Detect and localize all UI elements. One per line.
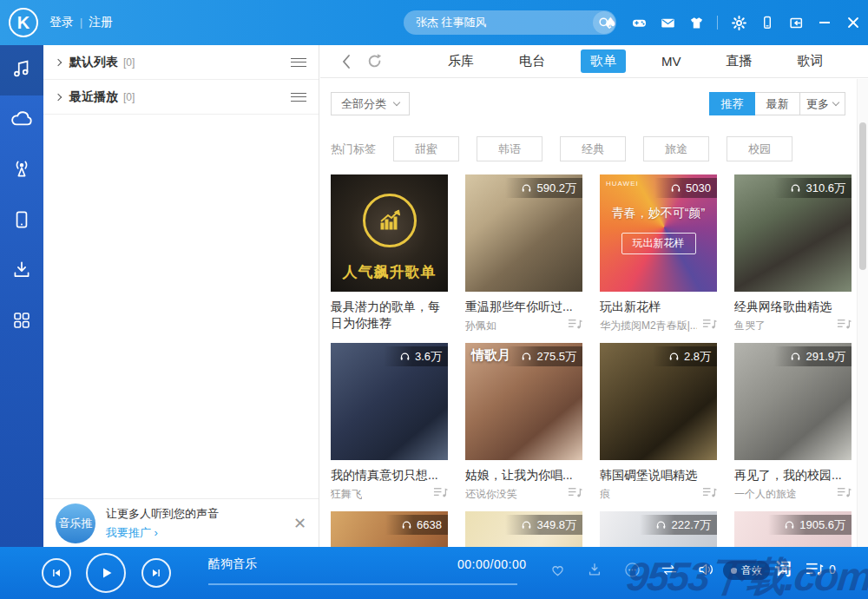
previous-button[interactable] (42, 558, 71, 588)
playlist-card[interactable]: 人气飙升歌单 最具潜力的歌单，每日为你推荐 (331, 174, 448, 332)
category-label: 全部分类 (341, 96, 386, 112)
queue-button[interactable]: 0 (806, 562, 836, 576)
add-to-queue-icon[interactable] (433, 486, 448, 502)
login-link[interactable]: 登录 (49, 15, 74, 30)
auth-links: 登录 | 注册 (49, 15, 113, 30)
rail-item-apps[interactable] (0, 297, 43, 347)
rail-item-device[interactable] (0, 196, 43, 247)
card-title: 重温那些年你听过... (465, 299, 582, 315)
promo-link[interactable]: 我要推广 › (106, 525, 219, 541)
tab-playlists[interactable]: 歌单 (581, 49, 626, 73)
play-button[interactable] (86, 553, 126, 593)
back-icon[interactable] (338, 53, 355, 70)
mail-icon[interactable] (660, 15, 675, 30)
refresh-icon[interactable] (365, 53, 383, 70)
playlist-row-default[interactable]: 默认列表 [0] (43, 45, 319, 80)
scrollbar-track[interactable] (857, 79, 868, 547)
gamepad-icon[interactable] (631, 15, 647, 30)
card-author[interactable]: 鱼哭了 (734, 319, 766, 333)
card-title: 姑娘，让我为你唱... (465, 467, 582, 484)
tag-sweet[interactable]: 甜蜜 (393, 136, 459, 161)
close-icon[interactable] (845, 15, 861, 30)
heart-icon[interactable] (549, 561, 566, 578)
category-dropdown[interactable]: 全部分类 (331, 92, 410, 115)
playlist-card[interactable]: 291.9万 再见了，我的校园... 一个人的旅途 (734, 343, 852, 501)
tag-campus[interactable]: 校园 (727, 136, 792, 161)
tab-mv[interactable]: MV (652, 50, 691, 72)
sound-effect-button[interactable]: 音效 (723, 561, 770, 580)
tab-music-library[interactable]: 乐库 (438, 49, 483, 73)
tab-radio[interactable]: 电台 (510, 49, 555, 73)
download-icon[interactable] (586, 561, 603, 578)
playlist-card[interactable]: 3.6万 我的情真意切只想... 狂舞飞 (331, 343, 448, 501)
add-to-queue-icon[interactable] (702, 318, 717, 333)
add-to-queue-icon[interactable] (837, 318, 852, 333)
promo-close-icon[interactable]: ✕ (293, 516, 306, 531)
chevron-down-icon (832, 99, 839, 106)
playlist-card[interactable]: 情歌月 275.5万 姑娘，让我为你唱... 还说你没笑 (465, 343, 582, 501)
tab-live[interactable]: 直播 (717, 49, 762, 73)
playlist-menu-icon[interactable] (291, 55, 306, 69)
scrollbar-thumb[interactable] (859, 122, 866, 270)
sort-newest[interactable]: 最新 (754, 92, 800, 115)
tag-journey[interactable]: 旅途 (643, 136, 709, 161)
playlist-card[interactable]: 2.8万 韩国碉堡说唱精选 痕 (600, 343, 717, 501)
card-author[interactable]: 痕 (600, 487, 610, 502)
loop-icon[interactable] (661, 561, 678, 578)
left-rail (0, 45, 43, 547)
volume-icon[interactable] (698, 561, 715, 578)
playlist-card[interactable]: HUAWEI 5030 青春，妙不可“颜” 玩出新花样 玩出新花样 华为揽阅M2… (600, 174, 717, 332)
card-title: 我的情真意切只想... (331, 467, 448, 484)
search-input[interactable] (404, 16, 593, 30)
trend-chart-icon (363, 194, 417, 247)
playlist-cover: 291.9万 (734, 343, 852, 460)
search-box[interactable] (404, 10, 616, 35)
playlist-card[interactable]: 349.8万 (465, 511, 582, 547)
playlist-name: 最近播放 (69, 89, 118, 105)
headphones-icon (521, 519, 532, 530)
playlist-cover: 人气飙升歌单 (331, 174, 448, 292)
rail-item-radio[interactable] (0, 146, 43, 196)
filter-row: 全部分类 推荐 最新 更多 (331, 92, 858, 115)
promo-banner: 音乐推 让更多人听到您的声音 我要推广 › ✕ (43, 498, 319, 547)
rail-item-music[interactable] (0, 45, 43, 95)
playlist-card[interactable]: 6638 (331, 511, 448, 547)
mini-player-icon[interactable] (788, 15, 804, 30)
card-author[interactable]: 孙佩如 (465, 319, 496, 333)
playlist-card[interactable]: 310.6万 经典网络歌曲精选 鱼哭了 (734, 174, 852, 332)
sort-more[interactable]: 更多 (799, 92, 845, 115)
settings-gear-icon[interactable] (731, 15, 746, 30)
mobile-icon[interactable] (760, 15, 775, 30)
card-author[interactable]: 一个人的旅途 (734, 487, 797, 502)
progress-bar[interactable] (208, 583, 517, 585)
card-author[interactable]: 华为揽阅M2青春版|... (600, 319, 697, 333)
cover-brand: HUAWEI (606, 180, 639, 188)
kugou-logo: K (9, 8, 38, 37)
add-to-queue-icon[interactable] (568, 486, 582, 502)
minimize-icon[interactable] (817, 15, 832, 30)
card-author[interactable]: 还说你没笑 (465, 487, 517, 502)
skin-icon[interactable] (688, 15, 704, 30)
more-icon[interactable] (623, 561, 641, 578)
lyrics-button[interactable]: 词 (775, 558, 792, 581)
tag-classic[interactable]: 经典 (560, 136, 626, 161)
spade-icon[interactable]: ♠ (602, 15, 618, 30)
sort-recommended[interactable]: 推荐 (709, 92, 755, 115)
add-to-queue-icon[interactable] (837, 486, 852, 502)
card-author[interactable]: 狂舞飞 (331, 487, 362, 502)
playlist-card[interactable]: 1905.6万 (734, 511, 852, 547)
playlist-menu-icon[interactable] (291, 89, 306, 104)
add-to-queue-icon[interactable] (568, 318, 582, 333)
play-count-badge: 5030 (654, 178, 717, 198)
play-count-badge: 349.8万 (505, 515, 582, 535)
rail-item-cloud[interactable] (0, 95, 43, 146)
tag-korean[interactable]: 韩语 (477, 136, 542, 161)
rail-item-download[interactable] (0, 247, 43, 297)
tab-lyrics[interactable]: 歌词 (788, 49, 833, 73)
playlist-row-recent[interactable]: 最近播放 [0] (43, 80, 319, 115)
next-button[interactable] (141, 558, 171, 588)
add-to-queue-icon[interactable] (702, 486, 717, 502)
playlist-card[interactable]: 222.7万 (600, 511, 717, 547)
playlist-card[interactable]: 590.2万 重温那些年你听过... 孙佩如 (465, 174, 582, 332)
register-link[interactable]: 注册 (89, 15, 113, 30)
